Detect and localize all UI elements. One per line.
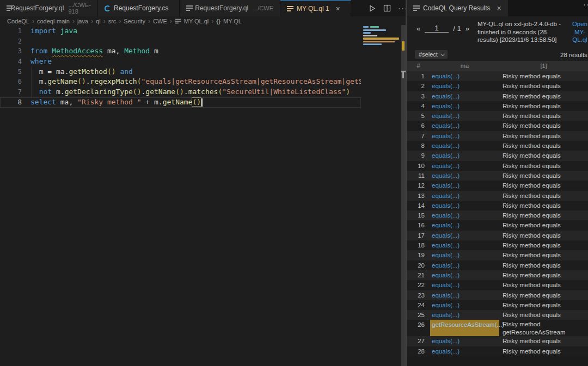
tab-codeql-query-results[interactable]: CodeQL Query Results × bbox=[407, 0, 508, 16]
editor-tab-bar: RequestForgery.ql .../CWE-918 RequestFor… bbox=[0, 0, 406, 16]
result-location-link[interactable]: equals(...) bbox=[430, 252, 460, 258]
code-editor[interactable]: 1import java23from MethodAccess ma, Meth… bbox=[0, 26, 361, 366]
breadcrumb-item[interactable]: CodeQL bbox=[7, 18, 29, 24]
split-editor-icon[interactable] bbox=[383, 4, 391, 12]
result-location-link[interactable]: equals(...) bbox=[430, 83, 460, 89]
result-row: 1equals(...)Risky method equals bbox=[407, 71, 588, 81]
result-location-link[interactable]: equals(...) bbox=[430, 302, 460, 308]
open-query-link[interactable]: Open MY-QL.ql bbox=[568, 20, 588, 44]
result-location-link[interactable]: equals(...) bbox=[430, 152, 460, 159]
code-line[interactable]: 1import java bbox=[0, 26, 361, 36]
page-number-input[interactable]: 1 bbox=[425, 24, 449, 33]
tab-requestforgery-ql-918[interactable]: RequestForgery.ql .../CWE-918 bbox=[0, 0, 98, 16]
tab-requestforgery-cs[interactable]: RequestForgery.cs bbox=[98, 0, 180, 16]
result-ma-cell: equals(...) bbox=[430, 91, 499, 101]
ellipsis-icon[interactable]: ··· bbox=[583, 3, 588, 6]
result-location-link[interactable]: equals(...) bbox=[430, 122, 460, 129]
result-message: Risky method equals bbox=[499, 131, 588, 141]
line-content: select ma, "Risky method " + m.getName() bbox=[22, 97, 203, 108]
code-line[interactable]: 8select ma, "Risky method " + m.getName(… bbox=[0, 97, 361, 108]
text-cursor bbox=[201, 98, 203, 107]
line-number: 6 bbox=[0, 77, 22, 87]
result-index: 8 bbox=[407, 141, 430, 151]
result-ma-cell: equals(...) bbox=[430, 121, 499, 131]
result-location-link[interactable]: equals(...) bbox=[430, 292, 460, 299]
line-content: m = ma.getMethod() and bbox=[22, 67, 133, 77]
breadcrumb-symbol[interactable]: MY-QL bbox=[223, 18, 242, 24]
result-location-link[interactable]: equals(...) bbox=[430, 222, 460, 228]
result-location-link[interactable]: equals(...) bbox=[430, 193, 460, 199]
code-token: . bbox=[60, 88, 65, 96]
play-icon[interactable] bbox=[368, 4, 376, 13]
close-icon[interactable]: × bbox=[497, 4, 501, 12]
result-location-link[interactable]: equals(...) bbox=[430, 103, 460, 109]
result-location-link[interactable]: equals(...) bbox=[430, 348, 460, 355]
result-message: Risky method equals bbox=[499, 101, 588, 111]
code-line[interactable]: 5 m = ma.getMethod() and bbox=[0, 67, 361, 77]
code-line[interactable]: 6 m.getName().regexpMatch("equals|getRes… bbox=[0, 77, 361, 87]
result-row: 14equals(...)Risky method equals bbox=[407, 201, 588, 210]
breadcrumb-item[interactable]: CWE bbox=[153, 18, 167, 24]
editor-scrollbar[interactable] bbox=[401, 25, 406, 366]
minimap[interactable] bbox=[361, 25, 401, 366]
result-location-link[interactable]: equals(...) bbox=[430, 338, 460, 344]
result-location-link[interactable]: equals(...) bbox=[430, 93, 460, 100]
result-row: 26getResourceAsStream(...)Risky method g… bbox=[407, 320, 588, 336]
tab-requestforgery-ql-cwe[interactable]: RequestForgery.ql .../CWE bbox=[180, 0, 280, 16]
line-number: 1 bbox=[0, 26, 22, 36]
line-number: 4 bbox=[0, 57, 22, 67]
result-location-link[interactable]: equals(...) bbox=[430, 272, 460, 278]
result-row: 27equals(...)Risky method equals bbox=[407, 336, 588, 346]
result-location-link[interactable]: equals(...) bbox=[430, 172, 460, 179]
result-row: 21equals(...)Risky method equals bbox=[407, 270, 588, 280]
result-location-link[interactable]: equals(...) bbox=[430, 282, 460, 288]
result-location-link[interactable]: equals(...) bbox=[430, 312, 460, 318]
result-row: 19equals(...)Risky method equals bbox=[407, 250, 588, 260]
result-location-link[interactable]: equals(...) bbox=[430, 232, 460, 239]
code-token bbox=[52, 88, 56, 96]
breadcrumb-item[interactable]: codeql-main bbox=[37, 18, 70, 24]
breadcrumb-file[interactable]: MY-QL.ql bbox=[184, 18, 209, 24]
column-header-ma: ma bbox=[430, 61, 499, 71]
result-message: Risky method equals bbox=[499, 310, 588, 320]
breadcrumb-item[interactable]: src bbox=[108, 18, 117, 24]
code-line[interactable]: 2 bbox=[0, 36, 361, 47]
close-icon[interactable]: × bbox=[336, 5, 340, 13]
code-line[interactable]: 3from MethodAccess ma, Method m bbox=[0, 46, 361, 57]
result-location-link[interactable]: equals(...) bbox=[430, 163, 460, 169]
vscode-window: RequestForgery.ql .../CWE-918 RequestFor… bbox=[0, 0, 588, 366]
result-location-link[interactable]: equals(...) bbox=[430, 212, 460, 219]
result-location-link[interactable]: equals(...) bbox=[430, 73, 460, 79]
result-index: 5 bbox=[407, 111, 430, 121]
first-page-button[interactable]: « bbox=[416, 24, 420, 33]
result-location-link[interactable]: equals(...) bbox=[430, 142, 460, 149]
result-location-link[interactable]: equals(...) bbox=[430, 182, 460, 189]
code-line[interactable]: 7 not m.getDeclaringType().getName().mat… bbox=[0, 87, 361, 97]
code-token: m bbox=[56, 88, 60, 96]
code-token: , bbox=[116, 47, 125, 55]
result-location-link[interactable]: equals(...) bbox=[430, 113, 460, 119]
result-location-link[interactable]: equals(...) bbox=[430, 133, 460, 139]
minimap-line bbox=[363, 44, 382, 45]
result-message: Risky method equals bbox=[499, 240, 588, 250]
column-header-index: # bbox=[407, 61, 430, 71]
result-ma-cell: equals(...) bbox=[430, 270, 499, 280]
last-page-button[interactable]: » bbox=[465, 24, 469, 33]
breadcrumb-item[interactable]: java bbox=[77, 18, 88, 24]
breadcrumb-item[interactable]: Security bbox=[124, 18, 145, 24]
result-row: 20equals(...)Risky method equals bbox=[407, 260, 588, 270]
result-index: 24 bbox=[407, 300, 430, 310]
result-location-link[interactable]: equals(...) bbox=[430, 262, 460, 269]
chevron-right-icon: › bbox=[103, 17, 106, 25]
result-location-link[interactable]: getResourceAsStream(...) bbox=[430, 321, 504, 328]
line-number: 7 bbox=[0, 87, 22, 97]
result-row: 23equals(...)Risky method equals bbox=[407, 290, 588, 300]
result-location-link[interactable]: equals(...) bbox=[430, 242, 460, 249]
result-set-dropdown[interactable]: #select bbox=[415, 50, 448, 59]
tab-my-ql[interactable]: MY-QL.ql 1 × bbox=[280, 0, 351, 16]
code-token: and bbox=[120, 67, 132, 76]
code-line[interactable]: 4where bbox=[0, 57, 361, 67]
result-location-link[interactable]: equals(...) bbox=[430, 202, 460, 209]
code-token: getName bbox=[145, 88, 175, 96]
breadcrumb-item[interactable]: ql bbox=[96, 18, 101, 24]
